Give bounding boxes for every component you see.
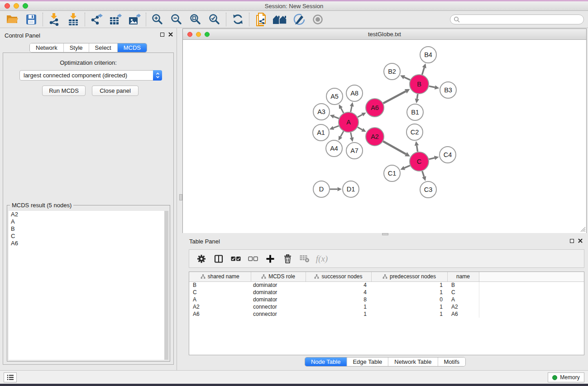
zoom-window-button[interactable] — [23, 3, 28, 9]
graph-node-D1[interactable]: D1 — [343, 181, 359, 197]
graph-node-A[interactable]: A — [339, 112, 359, 132]
graph-edge-A-A3[interactable] — [334, 117, 339, 119]
criterion-dropdown[interactable]: largest connected component (directed) — [19, 70, 162, 81]
graph-node-A7[interactable]: A7 — [346, 143, 363, 159]
minimize-network-window-button[interactable] — [196, 32, 201, 37]
table-cell[interactable]: connector — [251, 310, 306, 318]
graph-node-A2[interactable]: A2 — [366, 128, 384, 146]
mcds-result-item[interactable]: A — [9, 218, 168, 225]
tab-mcds[interactable]: MCDS — [117, 43, 147, 52]
table-cell[interactable]: B — [189, 281, 251, 289]
close-window-button[interactable] — [5, 3, 10, 9]
memory-button[interactable]: Memory — [548, 372, 584, 382]
graph-edge-B-B1[interactable] — [417, 94, 418, 99]
close-network-window-button[interactable] — [187, 32, 192, 37]
graph-edge-A2-C[interactable] — [383, 141, 406, 154]
open-session-button[interactable] — [3, 12, 22, 27]
graph-node-A1[interactable]: A1 — [313, 124, 329, 141]
function-builder-button[interactable]: f(x) — [313, 251, 330, 267]
graph-edge-B-B2[interactable] — [404, 77, 410, 80]
table-row[interactable]: Bdominator41B — [189, 281, 584, 289]
graph-node-B3[interactable]: B3 — [440, 82, 456, 98]
graphics-details-button[interactable] — [308, 12, 327, 27]
column-header-mcds-role[interactable]: MCDS role — [251, 272, 306, 281]
table-cell[interactable]: 4 — [306, 281, 371, 289]
graph-edge-B-B4[interactable] — [422, 67, 424, 74]
table-cell[interactable]: connector — [251, 303, 306, 310]
table-cell[interactable]: 4 — [306, 289, 371, 296]
table-cell[interactable]: 1 — [371, 303, 447, 310]
show-columns-button[interactable] — [210, 251, 227, 267]
tab-edge-table[interactable]: Edge Table — [346, 357, 388, 366]
graph-node-B4[interactable]: B4 — [420, 47, 436, 63]
mcds-result-item[interactable]: A6 — [9, 240, 168, 247]
tab-select[interactable]: Select — [89, 43, 117, 52]
save-session-button[interactable] — [22, 12, 41, 27]
delete-column-button[interactable] — [279, 251, 296, 267]
zoom-out-button[interactable] — [167, 12, 186, 27]
graph-edge-A-A1[interactable] — [334, 126, 339, 128]
table-cell[interactable]: 8 — [306, 296, 371, 303]
table-cell[interactable]: A2 — [447, 303, 479, 310]
import-network-button[interactable] — [45, 12, 64, 27]
table-row[interactable]: Cdominator41C — [189, 289, 584, 296]
delete-table-button[interactable] — [296, 251, 313, 267]
graph-node-C1[interactable]: C1 — [384, 165, 400, 181]
result-list-scrollbar[interactable] — [164, 211, 168, 360]
table-row[interactable]: A2connector11A2 — [189, 303, 584, 310]
neighbors-button[interactable] — [270, 12, 289, 27]
table-cell[interactable]: A2 — [189, 303, 251, 310]
graph-node-D[interactable]: D — [313, 181, 330, 197]
graph-node-C4[interactable]: C4 — [440, 147, 456, 163]
float-table-panel-icon[interactable] — [570, 239, 574, 243]
table-cell[interactable]: dominator — [251, 289, 306, 296]
export-network-button[interactable] — [87, 12, 106, 27]
graph-edge-A-A8[interactable] — [351, 106, 352, 112]
graph-node-B1[interactable]: B1 — [407, 104, 423, 120]
tab-network[interactable]: Network — [30, 43, 63, 52]
search-input[interactable] — [450, 14, 584, 24]
column-header-successor-nodes[interactable]: successor nodes — [306, 272, 371, 281]
refresh-layout-button[interactable] — [228, 12, 247, 27]
zoom-in-button[interactable] — [148, 12, 167, 27]
table-cell[interactable]: 1 — [306, 303, 371, 310]
graph-node-B2[interactable]: B2 — [384, 63, 400, 80]
close-panel-button[interactable]: Close panel — [92, 86, 139, 96]
column-header-predecessor-nodes[interactable]: predecessor nodes — [371, 272, 447, 281]
mcds-result-item[interactable]: A2 — [9, 211, 168, 218]
add-column-button[interactable] — [262, 251, 279, 267]
run-mcds-button[interactable]: Run MCDS — [42, 86, 86, 96]
annotation-mode-button[interactable] — [289, 12, 308, 27]
table-cell[interactable]: 1 — [371, 289, 447, 296]
task-history-button[interactable] — [4, 372, 17, 382]
tab-network-table[interactable]: Network Table — [388, 357, 437, 366]
table-cell[interactable]: A6 — [447, 310, 479, 318]
graph-node-A5[interactable]: A5 — [326, 88, 343, 105]
table-row[interactable]: A6connector11A6 — [189, 310, 584, 318]
table-cell[interactable]: C — [447, 289, 479, 296]
mcds-result-list[interactable]: A2ABCA6 — [9, 211, 168, 360]
mcds-result-item[interactable]: C — [9, 233, 168, 240]
table-cell[interactable]: C — [189, 289, 251, 296]
zoom-selected-button[interactable] — [205, 12, 224, 27]
graph-edge-A-A4[interactable] — [340, 131, 344, 137]
mcds-result-item[interactable]: B — [9, 225, 168, 233]
deselect-all-button[interactable] — [244, 251, 262, 267]
graph-edge-B-B3[interactable] — [429, 86, 435, 87]
table-cell[interactable]: 1 — [371, 310, 447, 318]
table-cell[interactable]: dominator — [251, 281, 306, 289]
graph-node-B[interactable]: B — [410, 75, 429, 94]
graph-edge-A-A5[interactable] — [341, 108, 344, 113]
graph-node-A4[interactable]: A4 — [326, 140, 342, 157]
close-table-panel-icon[interactable] — [578, 238, 583, 243]
table-cell[interactable]: dominator — [251, 296, 306, 303]
graph-edge-A6-B[interactable] — [383, 91, 406, 103]
graph-node-C3[interactable]: C3 — [420, 181, 436, 198]
table-cell[interactable]: 1 — [371, 281, 447, 289]
tab-style[interactable]: Style — [63, 43, 89, 52]
tab-motifs[interactable]: Motifs — [437, 357, 465, 366]
zoom-fit-button[interactable] — [186, 12, 205, 27]
table-cell[interactable]: 0 — [371, 296, 447, 303]
graph-node-C[interactable]: C — [410, 152, 429, 171]
table-cell[interactable]: A — [447, 296, 479, 303]
